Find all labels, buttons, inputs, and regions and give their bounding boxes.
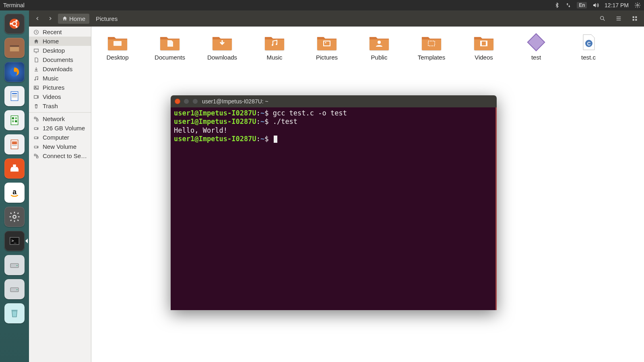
breadcrumb-pictures[interactable]: Pictures — [92, 14, 122, 24]
network-icon[interactable] — [566, 2, 571, 8]
net-icon — [33, 153, 39, 159]
folder-icon — [420, 33, 443, 51]
launcher-system-settings[interactable] — [4, 206, 25, 228]
svg-rect-65 — [486, 41, 487, 46]
window-minimize-button[interactable] — [184, 99, 189, 104]
window-maximize-button[interactable] — [192, 99, 198, 104]
window-close-button[interactable] — [175, 99, 180, 104]
sidebar-item-label: Videos — [43, 93, 61, 100]
launcher-impress[interactable] — [4, 134, 25, 155]
svg-text:a: a — [12, 188, 17, 196]
file-label: Public — [371, 54, 388, 61]
sidebar-item-recent[interactable]: Recent — [29, 27, 91, 37]
unity-launcher: a >_ — [0, 10, 29, 362]
svg-rect-30 — [12, 310, 18, 311]
sidebar-item-downloads[interactable]: Downloads — [29, 64, 91, 74]
disk-icon — [33, 135, 39, 140]
system-gear-icon[interactable] — [634, 2, 641, 8]
file-label: Videos — [475, 54, 493, 61]
nav-forward-button[interactable] — [45, 13, 56, 24]
svg-rect-32 — [617, 16, 621, 17]
svg-rect-14 — [12, 117, 14, 119]
file-item-music[interactable]: Music — [256, 33, 293, 61]
file-item-documents[interactable]: Documents — [152, 33, 188, 61]
file-item-desktop[interactable]: Desktop — [99, 33, 136, 61]
sidebar-item-label: Network — [43, 115, 65, 122]
view-list-button[interactable] — [613, 12, 625, 25]
sidebar-item-label: Recent — [43, 29, 62, 35]
svg-rect-12 — [12, 97, 17, 97]
file-item-test[interactable]: test — [518, 33, 554, 61]
clock[interactable]: 12:17 PM — [605, 2, 629, 8]
file-item-videos[interactable]: Videos — [466, 33, 502, 61]
file-label: test — [531, 54, 541, 61]
svg-point-31 — [601, 16, 604, 20]
terminal-body[interactable]: user1@Impetus-I0287U:~$ gcc test.c -o te… — [171, 107, 497, 310]
sidebar-item-desktop[interactable]: Desktop — [29, 46, 91, 55]
launcher-files[interactable] — [4, 37, 25, 59]
folder-icon — [368, 33, 390, 51]
svg-point-23 — [13, 215, 16, 218]
sidebar-item-label: Music — [43, 75, 58, 82]
file-item-test-c[interactable]: Ctest.c — [570, 33, 607, 61]
svg-point-3 — [10, 23, 12, 25]
launcher-amazon[interactable]: a — [4, 182, 25, 204]
launcher-calc[interactable] — [4, 109, 25, 131]
launcher-ubuntu-dash[interactable] — [4, 13, 25, 35]
home-icon — [62, 16, 68, 21]
search-button[interactable] — [597, 12, 609, 25]
terminal-titlebar[interactable]: user1@Impetus-I0287U: ~ — [171, 95, 497, 107]
keyboard-language-indicator[interactable]: En — [577, 2, 587, 8]
svg-rect-55 — [37, 156, 38, 158]
svg-rect-66 — [528, 34, 545, 51]
svg-point-29 — [17, 289, 18, 290]
launcher-firefox[interactable] — [4, 61, 25, 83]
launcher-disk-1[interactable] — [4, 254, 25, 276]
net-icon — [33, 116, 39, 122]
svg-point-42 — [37, 79, 38, 80]
bluetooth-icon[interactable] — [554, 2, 560, 8]
sidebar-item-network[interactable]: Network — [29, 114, 91, 123]
file-item-downloads[interactable]: Downloads — [204, 33, 240, 61]
launcher-trash[interactable] — [4, 302, 25, 324]
svg-point-49 — [37, 128, 37, 129]
launcher-ubuntu-software[interactable] — [4, 158, 25, 179]
launcher-disk-2[interactable] — [4, 278, 25, 300]
sidebar-item-trash[interactable]: Trash — [29, 101, 91, 111]
sidebar-item-label: Trash — [43, 103, 58, 109]
sidebar-item-videos[interactable]: Videos — [29, 92, 91, 101]
sidebar-item-connect-to-se-[interactable]: Connect to Se… — [29, 151, 91, 160]
sidebar-item-music[interactable]: Music — [29, 74, 91, 83]
svg-rect-9 — [11, 92, 18, 101]
svg-point-4 — [16, 20, 18, 22]
file-label: Pictures — [316, 54, 338, 61]
folder-icon — [316, 33, 338, 51]
file-item-pictures[interactable]: Pictures — [309, 33, 345, 61]
svg-rect-6 — [10, 45, 19, 47]
sidebar-item-pictures[interactable]: Pictures — [29, 83, 91, 92]
svg-rect-45 — [34, 95, 37, 98]
file-item-templates[interactable]: Templates — [413, 33, 450, 61]
svg-rect-17 — [15, 120, 17, 122]
file-label: Downloads — [207, 54, 237, 61]
nav-back-button[interactable] — [32, 13, 43, 24]
svg-point-57 — [272, 44, 273, 46]
sidebar-item-126-gb-volume[interactable]: 126 GB Volume — [29, 123, 91, 133]
file-label: Music — [266, 54, 282, 61]
sidebar-item-computer[interactable]: Computer — [29, 133, 91, 142]
breadcrumb-home[interactable]: Home — [58, 14, 89, 24]
volume-icon[interactable] — [592, 2, 599, 8]
svg-rect-34 — [617, 20, 621, 20]
launcher-writer[interactable] — [4, 85, 25, 107]
launcher-terminal[interactable]: >_ — [4, 230, 25, 252]
svg-rect-33 — [617, 18, 621, 19]
sidebar-item-documents[interactable]: Documents — [29, 55, 91, 64]
file-item-public[interactable]: Public — [361, 33, 397, 61]
sidebar-item-new-volume[interactable]: New Volume — [29, 142, 91, 151]
view-grid-button[interactable] — [629, 12, 641, 25]
folder-icon — [473, 33, 495, 51]
music-icon — [33, 76, 39, 81]
sidebar-item-home[interactable]: Home — [29, 37, 91, 46]
file-label: Templates — [418, 54, 445, 61]
disk-icon — [33, 144, 39, 150]
